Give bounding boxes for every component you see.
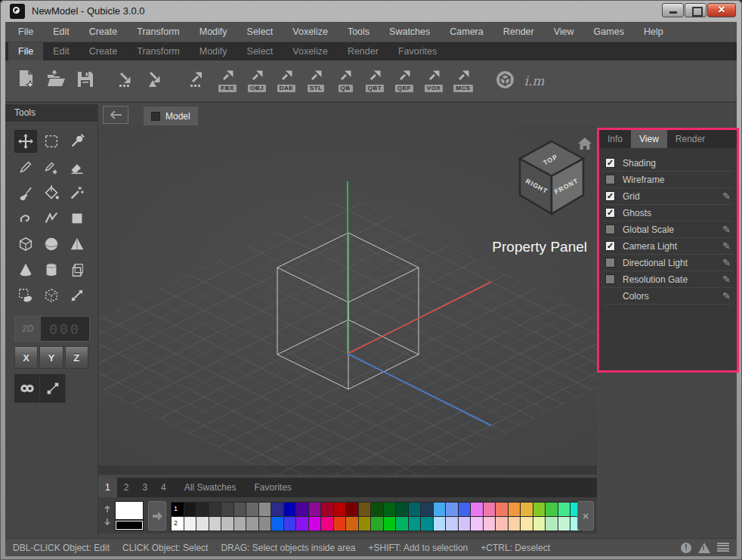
grid-checkbox[interactable]: ✓	[605, 191, 615, 201]
palette-swatch[interactable]	[533, 503, 546, 516]
primary-color-well[interactable]	[115, 501, 144, 520]
wireframe-checkbox[interactable]	[605, 175, 615, 184]
tool-magic-wand[interactable]	[66, 181, 88, 204]
palette-swatch[interactable]	[509, 503, 521, 516]
tool-color-picker[interactable]	[66, 130, 88, 153]
export-stl-button[interactable]: STL	[304, 63, 328, 98]
tool-cylinder[interactable]	[40, 258, 63, 281]
palette-swatch[interactable]	[496, 503, 508, 516]
swatch-tab-1[interactable]: 1	[98, 478, 117, 497]
menu-item-view[interactable]: View	[544, 22, 584, 42]
export-button[interactable]	[186, 63, 210, 98]
swatch-tab-3[interactable]: 3	[135, 478, 154, 497]
edit-pencil-icon[interactable]: ✎	[722, 224, 731, 235]
global-scale-checkbox[interactable]	[605, 224, 615, 234]
palette-swatch[interactable]	[371, 503, 383, 516]
palette-swatch[interactable]	[346, 517, 358, 531]
palette-swatch[interactable]	[196, 503, 209, 516]
line-mode-button[interactable]	[40, 374, 66, 403]
close-button[interactable]	[707, 3, 736, 17]
home-view-icon[interactable]	[578, 138, 592, 150]
palette-swatch[interactable]	[234, 503, 246, 516]
quick-menu-item-voxelize[interactable]: Voxelize	[283, 42, 338, 60]
palette-swatch[interactable]	[359, 517, 371, 531]
palette-swatch[interactable]	[446, 503, 458, 516]
palette-swatch[interactable]	[334, 517, 346, 531]
tool-extrude[interactable]	[66, 258, 88, 281]
palette-swatch[interactable]	[434, 517, 446, 531]
palette-swatch[interactable]	[284, 517, 296, 531]
menu-item-camera[interactable]: Camera	[440, 22, 493, 42]
palette-swatch[interactable]	[284, 503, 296, 516]
edit-pencil-icon[interactable]: ✎	[722, 257, 731, 268]
palette-swatch[interactable]	[409, 503, 421, 516]
tool-paint-brush[interactable]	[14, 181, 37, 204]
palette-swatch[interactable]	[471, 517, 483, 531]
menu-item-edit[interactable]: Edit	[43, 22, 79, 42]
palette-swatch[interactable]	[184, 503, 196, 516]
palette-swatch[interactable]	[246, 503, 258, 516]
palette-swatch[interactable]: 2	[172, 517, 184, 531]
ghosts-checkbox[interactable]: ✓	[605, 208, 615, 218]
palette-swatch[interactable]	[496, 517, 508, 531]
quick-menu-item-modify[interactable]: Modify	[190, 42, 237, 60]
palette-swatch[interactable]	[546, 517, 558, 531]
menu-item-modify[interactable]: Modify	[190, 22, 237, 42]
save-file-button[interactable]	[73, 63, 97, 98]
palette-swatch[interactable]	[558, 517, 570, 531]
quick-menu-item-select[interactable]: Select	[237, 42, 283, 60]
palette-swatch[interactable]	[296, 517, 308, 531]
palette-swatch[interactable]	[533, 517, 546, 531]
menu-item-transform[interactable]: Transform	[127, 22, 190, 42]
palette-swatch[interactable]	[321, 517, 333, 531]
menu-item-select[interactable]: Select	[237, 22, 283, 42]
menu-item-render[interactable]: Render	[493, 22, 544, 42]
delete-swatch-button[interactable]: ×	[577, 501, 594, 531]
export-fbx-button[interactable]: FBX	[215, 63, 240, 98]
palette-swatch[interactable]	[196, 517, 209, 531]
tool-select-paint[interactable]	[14, 284, 37, 307]
palette-swatch[interactable]	[546, 503, 558, 516]
palette-swatch[interactable]	[296, 503, 308, 516]
palette-swatch[interactable]	[396, 517, 408, 531]
edit-pencil-icon[interactable]: ✎	[722, 190, 731, 202]
palette-swatch[interactable]	[309, 503, 321, 516]
menu-item-voxelize[interactable]: Voxelize	[283, 22, 338, 42]
palette-swatch[interactable]	[384, 503, 396, 516]
maximize-button[interactable]	[685, 3, 706, 17]
swap-colors-icon[interactable]	[101, 504, 113, 527]
secondary-color-well[interactable]	[115, 520, 144, 531]
axis-button-z[interactable]: Z	[65, 346, 88, 369]
tool-pyramid[interactable]	[66, 233, 88, 255]
tool-fill-bucket[interactable]	[40, 181, 63, 204]
palette-swatch[interactable]	[234, 517, 246, 531]
title-bar[interactable]: NewModel - Qubicle 3.0.0	[0, 0, 742, 22]
palette-swatch[interactable]	[221, 517, 233, 531]
export-qbt-button[interactable]: QBT	[363, 63, 387, 98]
back-button[interactable]	[103, 106, 128, 124]
tool-box[interactable]	[14, 233, 37, 255]
edit-pencil-icon[interactable]: ✎	[722, 290, 731, 302]
palette-swatch[interactable]	[558, 503, 570, 516]
camera-light-checkbox[interactable]: ✓	[605, 241, 615, 251]
palette-swatch[interactable]	[246, 517, 258, 531]
imaterialise-button[interactable]: i.m	[522, 63, 546, 98]
quick-menu-item-edit[interactable]: Edit	[43, 42, 79, 60]
export-vox-button[interactable]: VOX	[422, 63, 446, 98]
tool-pencil[interactable]	[14, 156, 37, 178]
palette-swatch[interactable]	[384, 517, 396, 531]
tool-cone[interactable]	[14, 258, 37, 281]
tool-sphere[interactable]	[40, 233, 63, 255]
mode-2d-button[interactable]: 2D	[15, 317, 41, 341]
sketchfab-button[interactable]	[493, 63, 517, 98]
menu-icon[interactable]	[717, 543, 729, 552]
swatch-tab-4[interactable]: 4	[154, 478, 173, 497]
palette-swatch[interactable]	[371, 517, 383, 531]
warning-icon[interactable]	[698, 543, 710, 553]
palette-swatch[interactable]	[259, 517, 271, 531]
swatch-tab-favorites[interactable]: Favorites	[247, 478, 298, 497]
palette-swatch[interactable]	[259, 503, 271, 516]
minimize-button[interactable]	[662, 3, 684, 17]
swatch-tab-2[interactable]: 2	[117, 478, 136, 497]
menu-item-games[interactable]: Games	[584, 22, 634, 42]
